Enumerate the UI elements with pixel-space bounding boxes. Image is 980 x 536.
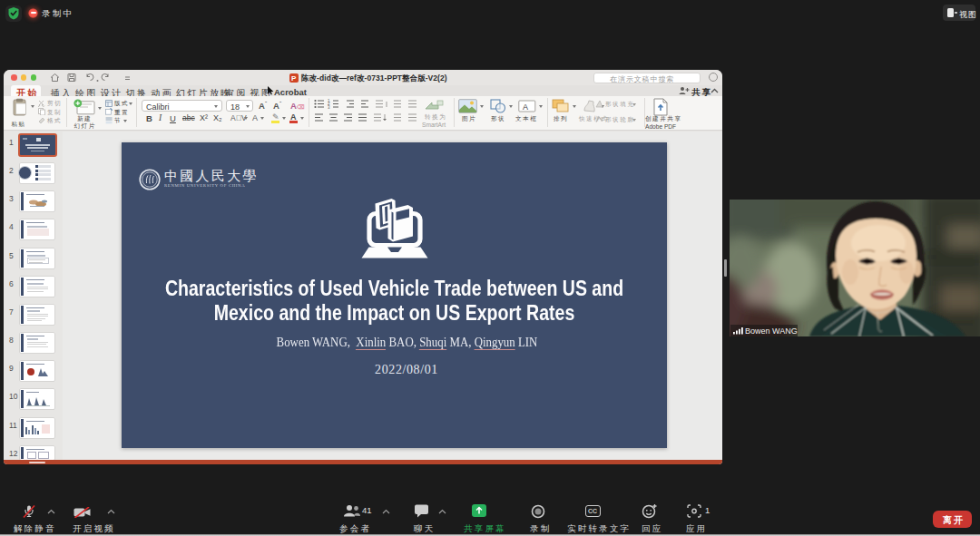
- svg-text:A: A: [523, 102, 528, 111]
- svg-text:3: 3: [328, 105, 330, 110]
